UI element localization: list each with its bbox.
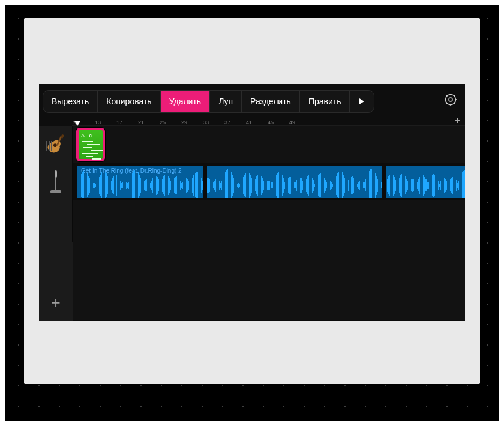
microphone-icon [53,170,58,193]
midi-clip-selected[interactable]: A...c [76,128,105,161]
ruler-tick: 29 [180,119,202,125]
track-header-mic[interactable] [39,163,73,200]
context-toolbar: Вырезать Копировать Удалить Луп Разделит… [39,88,465,115]
more-button[interactable] [350,91,374,112]
grip-icon [46,141,52,151]
track-header-empty[interactable] [39,200,73,242]
ruler-tick: 49 [288,119,310,125]
page-root: Вырезать Копировать Удалить Луп Разделит… [0,0,504,426]
cut-button[interactable]: Вырезать [43,91,98,112]
play-triangle-icon [359,98,364,104]
copy-button[interactable]: Копировать [98,91,160,112]
svg-point-4 [53,143,57,147]
midi-clip-label: A...c [81,133,100,139]
delete-button[interactable]: Удалить [161,91,210,112]
ruler-tick: 37 [223,119,245,125]
ruler-tick: 21 [137,119,158,125]
split-button[interactable]: Разделить [242,91,300,112]
edit-button[interactable]: Править [300,91,350,112]
gear-icon [443,92,458,107]
loop-button[interactable]: Луп [210,91,242,112]
midi-notes-icon [81,140,100,157]
cut-label: Вырезать [52,97,89,106]
add-section-button[interactable]: + [455,115,460,126]
ruler-tick: 45 [266,119,288,125]
ruler-tick: 17 [115,119,137,125]
svg-point-1 [446,95,456,105]
delete-label: Удалить [169,97,201,106]
settings-button[interactable] [442,91,459,108]
audio-clip[interactable]: Get In The Ring (feat. Dr.Ring-Ding) 2 [77,166,465,198]
loop-label: Луп [218,97,233,106]
ruler-tick: 41 [245,119,266,125]
split-label: Разделить [250,97,291,106]
plus-icon: + [455,115,460,125]
context-menu: Вырезать Копировать Удалить Луп Разделит… [43,90,374,113]
track-header-column: + [39,126,73,321]
edit-label: Править [308,97,341,106]
track-lane-2[interactable]: Get In The Ring (feat. Dr.Ring-Ding) 2 [73,163,465,200]
ruler-tick: 25 [158,119,180,125]
add-track-button[interactable]: + [39,284,73,321]
ruler-tick: 13 [94,119,115,125]
playhead[interactable] [77,126,77,321]
track-lane-3[interactable] [73,200,465,320]
copy-label: Копировать [106,97,151,106]
clip-split-gap [382,166,386,198]
timeline-lanes[interactable]: A...c Get In The [73,126,465,321]
track-lane-1[interactable]: A...c [73,126,465,163]
waveform-icon [77,175,465,196]
timeline-ruler[interactable]: 9 13 17 21 25 29 33 37 41 45 49 [72,115,465,126]
screenshot-card: Вырезать Копировать Удалить Луп Разделит… [24,18,480,384]
daw-app-window: Вырезать Копировать Удалить Луп Разделит… [39,84,465,321]
track-header-guitar[interactable] [39,126,73,163]
clip-split-gap [203,166,207,198]
ruler-tick: 33 [202,119,223,125]
svg-point-0 [449,98,452,101]
plus-icon: + [51,293,60,312]
